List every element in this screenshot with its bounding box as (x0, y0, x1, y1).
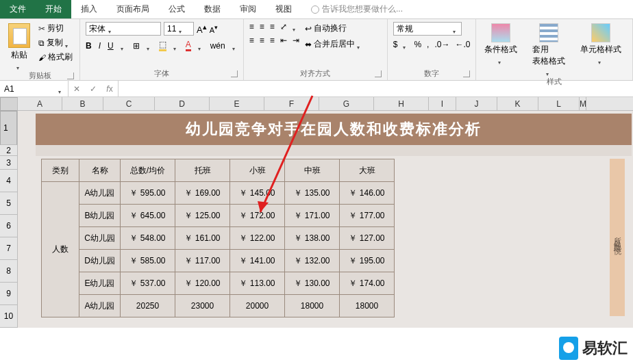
conditional-format-button[interactable]: 条件格式 (482, 22, 520, 75)
category-cell: 人数 (42, 182, 79, 317)
row-header[interactable]: 9 (0, 283, 17, 305)
font-size-select[interactable]: 11 (164, 22, 194, 36)
tab-page-layout[interactable]: 页面布局 (107, 0, 159, 18)
align-middle-icon[interactable]: ≡ (260, 22, 264, 31)
row-header[interactable]: 5 (0, 192, 17, 215)
font-color-button[interactable]: A (186, 40, 191, 51)
select-all-corner[interactable] (0, 97, 18, 111)
format-painter-button[interactable]: 格式刷 (37, 51, 74, 64)
row-header[interactable]: 4 (0, 170, 17, 192)
col-header[interactable]: C (103, 97, 155, 110)
table-row[interactable]: D幼儿园￥ 585.00￥ 117.00￥ 141.00￥ 132.00￥ 19… (42, 250, 395, 272)
col-header[interactable]: G (319, 97, 374, 110)
decrease-font-icon[interactable]: A▾ (210, 23, 218, 34)
row-header[interactable]: 3 (0, 156, 17, 170)
bulb-icon (311, 5, 319, 14)
merge-icon: ⬌ (305, 40, 312, 49)
underline-button[interactable]: U (108, 41, 114, 51)
merge-center-button[interactable]: ⬌合并后居中 (303, 38, 364, 51)
cut-button[interactable]: 剪切 (37, 22, 74, 35)
row-header[interactable]: 7 (0, 237, 17, 260)
indent-increase-icon[interactable]: ⇥ (293, 36, 299, 45)
tab-review[interactable]: 审阅 (230, 0, 266, 18)
tab-formulas[interactable]: 公式 (159, 0, 195, 18)
col-header[interactable]: D (155, 97, 210, 110)
col-header[interactable]: K (497, 97, 538, 110)
cell-styles-button[interactable]: 单元格样式 (578, 22, 624, 75)
copy-button[interactable]: 复制 (37, 36, 74, 49)
sheet-title-banner: 幼儿园竞争对手在园人数和收费标准分析 (36, 114, 632, 145)
percent-format-button[interactable]: % (414, 40, 421, 49)
dialog-launcher-icon[interactable] (463, 70, 470, 77)
table-row[interactable]: E幼儿园￥ 537.00￥ 120.00￥ 113.00￥ 130.00￥ 17… (42, 272, 395, 295)
tab-file[interactable]: 文件 (0, 0, 36, 18)
italic-button[interactable]: I (99, 41, 101, 51)
tab-data[interactable]: 数据 (195, 0, 230, 18)
increase-font-icon[interactable]: A▴ (197, 23, 207, 35)
indent-decrease-icon[interactable]: ⇤ (280, 36, 287, 45)
table-row[interactable]: C幼儿园￥ 548.00￥ 161.00￥ 122.00￥ 138.00￥ 12… (42, 227, 395, 250)
number-format-select[interactable]: 常规 (393, 22, 462, 36)
font-name-select[interactable]: 宋体 (86, 22, 161, 36)
col-header[interactable]: I (429, 97, 456, 110)
row-header[interactable]: 1 (0, 111, 17, 145)
orientation-icon[interactable]: ⤢ (280, 22, 287, 31)
tab-home[interactable]: 开始 (36, 0, 71, 18)
th: 类别 (42, 159, 79, 182)
table-row[interactable]: A幼儿园2025023000200001800018000 (42, 295, 395, 317)
align-left-icon[interactable]: ≡ (249, 36, 254, 45)
format-as-table-button[interactable]: 套用 表格格式 (530, 22, 568, 75)
tab-view[interactable]: 视图 (266, 0, 301, 18)
col-header[interactable]: A (18, 97, 62, 110)
side-tab[interactable]: 所处地取悦 (610, 159, 625, 316)
paste-icon (8, 23, 30, 48)
cell-grid[interactable]: 幼儿园竞争对手在园人数和收费标准分析 类别 名称 总数/均价 托班 小班 中班 … (18, 111, 633, 328)
col-header[interactable]: B (62, 97, 103, 110)
row-header[interactable]: 2 (0, 145, 17, 156)
cond-format-icon (491, 23, 510, 42)
dialog-launcher-icon[interactable] (375, 70, 382, 77)
cell-style-icon (591, 23, 610, 42)
border-button[interactable]: ⊞ (133, 41, 140, 51)
col-header[interactable]: H (374, 97, 429, 110)
row-header[interactable]: 8 (0, 260, 17, 283)
comma-format-button[interactable]: , (427, 40, 429, 49)
col-header[interactable]: E (210, 97, 264, 110)
paste-button[interactable]: 粘贴 (5, 22, 33, 69)
th: 小班 (230, 159, 285, 182)
phonetic-button[interactable]: wén (210, 41, 225, 51)
wrap-text-button[interactable]: ↩自动换行 (303, 22, 364, 35)
row-header[interactable]: 6 (0, 215, 17, 237)
row-header[interactable]: 10 (0, 305, 17, 328)
enter-formula-icon[interactable]: ✓ (85, 84, 101, 94)
decrease-decimal-button[interactable]: ←.0 (455, 40, 470, 49)
accounting-format-button[interactable]: $ (393, 40, 398, 49)
fx-icon[interactable]: fx (101, 84, 118, 94)
align-center-icon[interactable]: ≡ (260, 36, 264, 45)
col-header[interactable]: M (580, 97, 586, 110)
th: 名称 (79, 159, 121, 182)
table-row[interactable]: 人数A幼儿园￥ 595.00￥ 169.00￥ 145.00￥ 135.00￥ … (42, 182, 395, 205)
align-right-icon[interactable]: ≡ (270, 36, 275, 45)
wrap-icon: ↩ (305, 24, 312, 34)
th: 大班 (340, 159, 395, 182)
col-header[interactable]: F (264, 97, 319, 110)
dialog-launcher-icon[interactable] (231, 70, 238, 77)
watermark-text: 易软汇 (582, 338, 628, 359)
bold-button[interactable]: B (86, 41, 92, 51)
name-box[interactable]: A1 (0, 81, 69, 96)
tell-me[interactable]: 告诉我您想要做什么... (301, 0, 412, 18)
group-number: 常规 $ % , .0→ ←.0 数字 (388, 19, 477, 80)
cancel-formula-icon[interactable]: ✕ (69, 84, 85, 94)
align-top-icon[interactable]: ≡ (249, 22, 254, 31)
col-header[interactable]: J (456, 97, 497, 110)
th: 中班 (285, 159, 340, 182)
align-bottom-icon[interactable]: ≡ (270, 22, 275, 31)
fill-color-button[interactable]: ⬚ (159, 40, 166, 51)
ribbon: 粘贴 剪切 复制 格式刷 剪贴板 宋体 11 A▴ A▾ B I U ⊞ ⬚ (0, 19, 633, 81)
dialog-launcher-icon[interactable] (67, 73, 74, 79)
tab-insert[interactable]: 插入 (71, 0, 107, 18)
col-header[interactable]: L (538, 97, 580, 110)
increase-decimal-button[interactable]: .0→ (434, 40, 449, 49)
table-row[interactable]: B幼儿园￥ 645.00￥ 125.00￥ 172.00￥ 171.00￥ 17… (42, 205, 395, 227)
